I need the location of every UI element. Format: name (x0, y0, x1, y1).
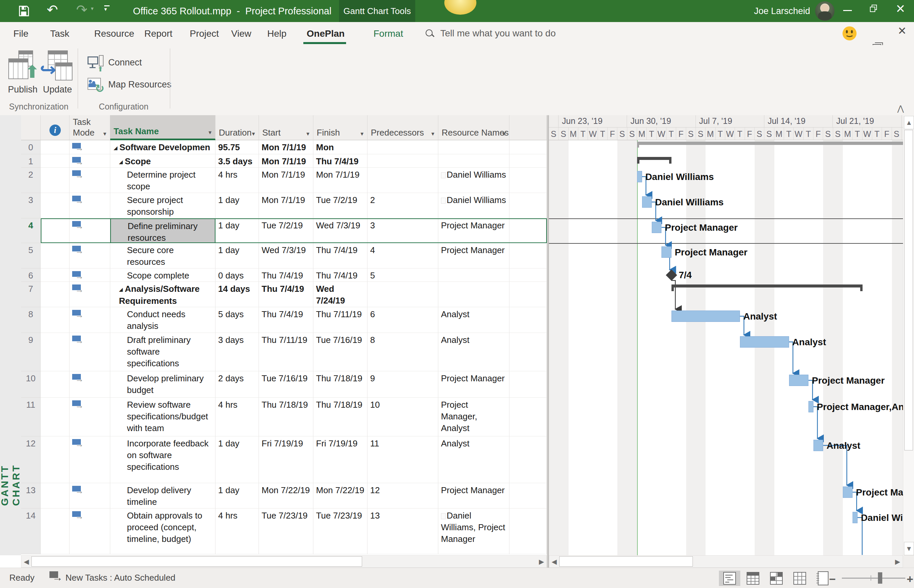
info-cell[interactable] (41, 154, 70, 168)
row-number[interactable]: 6 (21, 268, 41, 282)
zoom-slider-track[interactable] (842, 578, 905, 579)
resource-names-cell[interactable]: Project Manager (438, 483, 510, 509)
resource-names-cell[interactable] (438, 282, 510, 307)
predecessors-cell[interactable] (367, 168, 438, 193)
finish-cell[interactable]: Thu 7/18/19 (313, 398, 367, 436)
info-cell[interactable] (41, 509, 70, 554)
finish-cell[interactable]: Mon 11/11/19 (313, 140, 367, 154)
duration-cell[interactable]: 2 days (215, 371, 259, 398)
task-mode-cell[interactable]: → (70, 371, 110, 398)
resource-names-cell[interactable]: Analyst (438, 436, 510, 483)
task-name-cell[interactable]: Obtain approvals to proceed (concept, ti… (110, 509, 215, 554)
empty-cell[interactable] (510, 307, 547, 333)
scroll-left-icon[interactable]: ◀ (22, 556, 31, 567)
summary-bar[interactable] (637, 157, 671, 160)
start-cell[interactable]: Mon 7/1/19 (259, 140, 313, 154)
filter-arrow-icon[interactable]: ▼ (501, 131, 506, 137)
task-name-cell[interactable]: ◢Analysis/Software Requirements (110, 282, 215, 307)
predecessors-cell[interactable]: 3 (367, 218, 438, 243)
tab-resource[interactable]: Resource (94, 22, 134, 45)
search-icon[interactable] (425, 29, 435, 39)
finish-cell[interactable]: Tue 7/23/19 (313, 509, 367, 554)
duration-cell[interactable]: 3 days (215, 333, 259, 371)
expand-triangle-icon[interactable]: ◢ (113, 142, 118, 153)
scroll-up-icon[interactable]: ▲ (904, 116, 914, 129)
resource-names-cell[interactable]: Project Manager (438, 218, 510, 243)
row-number[interactable]: 2 (21, 168, 41, 193)
task-mode-cell[interactable]: → (70, 333, 110, 371)
start-cell[interactable]: Thu 7/4/19 (259, 268, 313, 282)
task-mode-cell[interactable]: → (70, 268, 110, 282)
task-bar[interactable] (843, 486, 853, 498)
expand-triangle-icon[interactable]: ◢ (119, 283, 123, 295)
task-usage-view-button[interactable] (742, 571, 764, 586)
week-label[interactable]: Jul 21, '19 (833, 115, 901, 128)
gantt-chart-view-button[interactable] (719, 571, 740, 586)
save-icon[interactable] (17, 5, 30, 19)
scroll-right-icon[interactable]: ▶ (537, 556, 546, 567)
feedback-smiley-icon[interactable] (843, 26, 857, 40)
task-mode-cell[interactable]: → (70, 193, 110, 218)
tell-me-search[interactable]: Tell me what you want to do (440, 28, 556, 39)
task-name-cell[interactable]: Determine project scope (110, 168, 215, 193)
predecessors-cell[interactable]: 2 (367, 193, 438, 218)
start-cell[interactable]: Fri 7/19/19 (259, 436, 313, 483)
task-mode-cell[interactable]: → (70, 509, 110, 554)
start-header[interactable]: Start▼ (259, 115, 313, 140)
empty-cell[interactable] (510, 282, 547, 307)
team-planner-view-button[interactable] (766, 571, 787, 586)
resource-names-cell[interactable] (438, 154, 510, 168)
task-bar[interactable] (814, 440, 823, 451)
empty-cell[interactable] (510, 218, 547, 243)
zoom-in-button[interactable]: + (907, 573, 913, 586)
finish-header[interactable]: Finish▼ (313, 115, 367, 140)
predecessors-cell[interactable]: 11 (367, 436, 438, 483)
tab-format[interactable]: Format (374, 22, 403, 45)
info-cell[interactable] (41, 483, 70, 509)
resource-names-cell[interactable]: Daniel Williams (438, 193, 510, 218)
row-number[interactable]: 1 (21, 154, 41, 168)
week-label[interactable]: Jun 30, '19 (627, 115, 696, 128)
row-number[interactable]: 8 (21, 307, 41, 333)
start-cell[interactable]: Thu 7/11/19 (259, 333, 313, 371)
start-cell[interactable]: Wed 7/3/19 (259, 243, 313, 268)
start-cell[interactable]: Thu 7/4/19 (259, 307, 313, 333)
predecessors-cell[interactable]: 12 (367, 483, 438, 509)
week-label[interactable]: Jul 14, '19 (764, 115, 833, 128)
task-name-cell[interactable]: ◢Software Developmen (110, 140, 215, 154)
filter-arrow-icon[interactable]: ▼ (430, 131, 435, 137)
task-bar[interactable] (652, 222, 662, 233)
task-mode-cell[interactable]: → (70, 307, 110, 333)
start-cell[interactable]: Mon 7/1/19 (259, 168, 313, 193)
scroll-left-icon[interactable]: ◀ (550, 556, 558, 567)
finish-cell[interactable]: Mon 7/1/19 (313, 168, 367, 193)
task-mode-cell[interactable]: → (70, 168, 110, 193)
info-cell[interactable] (41, 371, 70, 398)
project-summary-bar[interactable] (637, 142, 903, 145)
task-name-cell[interactable]: Draft preliminary software specification… (110, 333, 215, 371)
filter-arrow-icon[interactable]: ▼ (359, 131, 364, 137)
filter-arrow-icon[interactable]: ▼ (102, 131, 107, 137)
filter-arrow-icon[interactable]: ▼ (207, 129, 212, 135)
task-mode-cell[interactable]: → (70, 398, 110, 436)
resource-names-cell[interactable]: Analyst (438, 307, 510, 333)
start-cell[interactable]: Mon 7/1/19 (259, 193, 313, 218)
undo-icon[interactable]: ↶ (47, 2, 58, 17)
task-name-header[interactable]: Task Name▼ (110, 115, 215, 140)
row-number[interactable]: 7 (21, 282, 41, 307)
task-name-cell[interactable]: ◢Scope (110, 154, 215, 168)
zoom-out-button[interactable]: − (829, 573, 836, 586)
task-mode-cell[interactable]: → (70, 282, 110, 307)
predecessors-cell[interactable] (367, 140, 438, 154)
empty-cell[interactable] (510, 371, 547, 398)
duration-cell[interactable]: 4 hrs (215, 168, 259, 193)
info-cell[interactable] (41, 282, 70, 307)
info-cell[interactable] (41, 168, 70, 193)
resource-sheet-view-button[interactable] (789, 571, 810, 586)
predecessors-cell[interactable] (367, 282, 438, 307)
week-label[interactable]: Jul 7, '19 (696, 115, 764, 128)
finish-cell[interactable]: Mon 7/22/19 (313, 483, 367, 509)
predecessors-cell[interactable]: 9 (367, 371, 438, 398)
vertical-scrollbar-thumb[interactable] (904, 130, 913, 451)
predecessors-cell[interactable]: 8 (367, 333, 438, 371)
